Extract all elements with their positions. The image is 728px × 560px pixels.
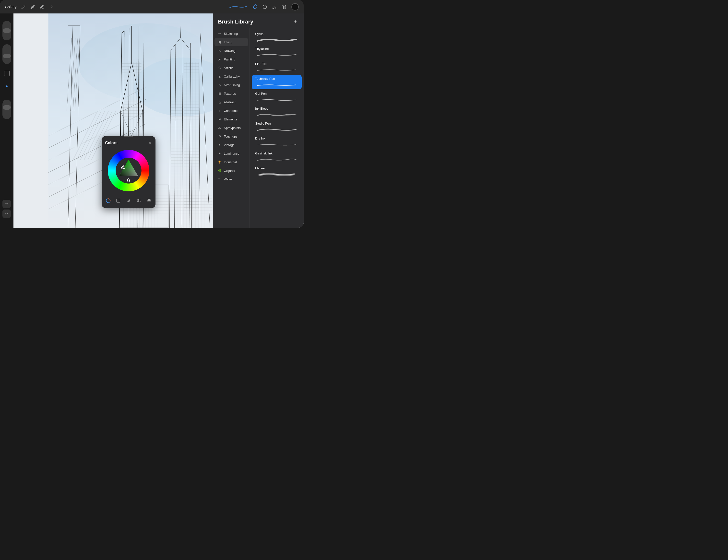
brush-item-gel-pen[interactable]: Gel Pen (252, 90, 302, 104)
calligraphy-label: Calligraphy (224, 75, 240, 78)
color-slider-button[interactable] (136, 197, 142, 205)
touchups-category-icon (217, 134, 222, 139)
inking-category-icon (217, 40, 222, 44)
brush-item-studio-pen[interactable]: Studio Pen (252, 120, 302, 134)
brush-gesinski-ink-name: Gesinski Ink (255, 152, 298, 155)
brush-ink-bleed-name: Ink Bleed (255, 107, 298, 110)
brush-tool-icon[interactable] (252, 4, 258, 10)
svg-rect-31 (117, 199, 120, 203)
smudge-icon[interactable] (39, 4, 45, 10)
brush-item-technical-pen[interactable]: Technical Pen (252, 75, 302, 89)
brush-item-syrup[interactable]: Syrup (252, 30, 302, 45)
svg-rect-38 (150, 199, 151, 200)
painting-category-icon (217, 57, 222, 61)
category-item-water[interactable]: Water (215, 175, 248, 183)
add-brush-button[interactable]: + (292, 18, 299, 25)
toolbar-right (228, 3, 299, 11)
category-item-calligraphy[interactable]: Calligraphy (215, 72, 248, 81)
svg-point-35 (139, 201, 140, 202)
textures-category-icon (217, 91, 222, 96)
brush-item-marker[interactable]: Marker (252, 165, 302, 179)
spraypaints-category-icon (217, 126, 222, 130)
wrench-icon[interactable] (21, 4, 26, 10)
redo-button[interactable] (2, 210, 11, 218)
luminance-category-icon (217, 151, 222, 156)
brush-item-dry-ink[interactable]: Dry Ink (252, 135, 302, 149)
svg-rect-9 (184, 62, 199, 209)
color-picker-circle[interactable] (291, 3, 299, 11)
category-item-inking[interactable]: Inking (215, 38, 248, 46)
category-item-artistic[interactable]: Artistic (215, 64, 248, 72)
elements-label: Elements (224, 118, 237, 121)
painting-label: Painting (224, 58, 235, 61)
brush-list: Syrup Thylacine (250, 28, 304, 228)
category-item-organic[interactable]: Organic (215, 167, 248, 175)
color-tools-row (102, 195, 155, 208)
canvas-area: Colors ✕ (0, 13, 304, 228)
layers-icon[interactable] (282, 4, 287, 10)
brush-library-panel: Brush Library + Sketching Inking (213, 13, 304, 228)
water-category-icon (217, 177, 222, 181)
airbrushing-category-icon (217, 83, 222, 87)
category-item-sketching[interactable]: Sketching (215, 29, 248, 38)
abstract-label: Abstract (224, 100, 236, 104)
category-item-luminance[interactable]: Luminance (215, 149, 248, 158)
colors-close-button[interactable]: ✕ (147, 141, 152, 145)
wand-icon[interactable] (30, 4, 35, 10)
undo-button[interactable] (2, 200, 11, 208)
brush-item-fine-tip[interactable]: Fine Tip (252, 60, 302, 74)
colors-panel: Colors ✕ (102, 136, 155, 208)
svg-rect-8 (171, 75, 183, 197)
brush-ink-bleed-stroke (255, 112, 298, 117)
category-item-industrial[interactable]: Industrial (215, 158, 248, 166)
brush-item-ink-bleed[interactable]: Ink Bleed (252, 105, 302, 119)
category-item-charcoals[interactable]: Charcoals (215, 107, 248, 115)
brush-size-slider[interactable] (2, 21, 11, 40)
brush-fine-tip-stroke (255, 67, 298, 72)
brush-item-gesinski-ink[interactable]: Gesinski Ink (252, 150, 302, 164)
brush-gel-pen-name: Gel Pen (255, 92, 298, 96)
colors-header: Colors ✕ (102, 138, 155, 147)
color-square-button[interactable] (115, 197, 122, 205)
industrial-category-icon (217, 160, 222, 164)
category-item-painting[interactable]: Painting (215, 55, 248, 63)
arrow-icon[interactable] (48, 4, 54, 10)
textures-label: Textures (224, 92, 236, 96)
smudge-tool-icon[interactable] (262, 4, 267, 10)
svg-point-34 (137, 200, 139, 201)
brush-item-thylacine[interactable]: Thylacine (252, 45, 302, 60)
color-wheel-button[interactable] (105, 197, 111, 205)
category-item-spraypaints[interactable]: Spraypaints (215, 124, 248, 132)
undo-redo-buttons (2, 200, 11, 218)
gallery-button[interactable]: Gallery (5, 5, 17, 9)
sidebar-modifier-button[interactable] (4, 71, 10, 76)
drag-handle[interactable] (124, 136, 133, 137)
category-item-textures[interactable]: Textures (215, 89, 248, 98)
category-item-elements[interactable]: Elements (215, 115, 248, 123)
svg-rect-39 (147, 201, 148, 202)
artistic-label: Artistic (224, 66, 233, 70)
category-item-vintage[interactable]: Vintage (215, 141, 248, 149)
category-item-drawing[interactable]: Drawing (215, 47, 248, 55)
opacity-slider[interactable] (2, 44, 11, 64)
brush-thylacine-name: Thylacine (255, 47, 298, 51)
color-palette-button[interactable] (146, 197, 152, 205)
toolbar-left: Gallery (5, 4, 54, 10)
brush-marker-name: Marker (255, 167, 298, 170)
brush-thylacine-stroke (255, 52, 298, 58)
category-item-touchups[interactable]: Touchups (215, 132, 248, 141)
category-item-abstract[interactable]: Abstract (215, 98, 248, 106)
brush-library-content: Sketching Inking Drawing Painti (213, 28, 304, 228)
airbrushing-label: Airbrushing (224, 83, 240, 87)
svg-rect-37 (149, 199, 150, 200)
brush-dry-ink-name: Dry Ink (255, 137, 298, 140)
zoom-slider[interactable] (2, 100, 11, 119)
svg-line-1 (253, 7, 255, 9)
color-gradient-button[interactable] (125, 197, 132, 205)
color-wheel[interactable] (108, 150, 149, 192)
eraser-icon[interactable] (272, 4, 277, 10)
brush-syrup-stroke (255, 37, 298, 43)
svg-rect-36 (147, 199, 148, 200)
color-wheel-container[interactable] (102, 147, 155, 195)
category-item-airbrushing[interactable]: Airbrushing (215, 81, 248, 89)
